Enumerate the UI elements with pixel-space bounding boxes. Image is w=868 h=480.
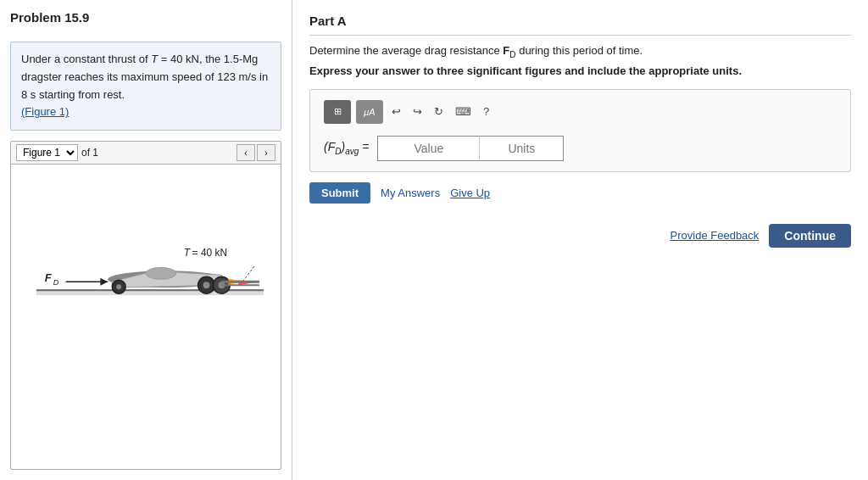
svg-point-4: [146, 267, 176, 279]
bottom-actions: Provide Feedback Continue: [309, 224, 851, 248]
figure-select[interactable]: Figure 1: [16, 144, 78, 161]
svg-line-20: [242, 265, 255, 282]
figure-content: F D T = 40 kN: [11, 165, 281, 351]
dragster-illustration: F D T = 40 kN: [19, 191, 272, 326]
svg-text:= 40 kN: = 40 kN: [192, 247, 227, 259]
figure-prev-button[interactable]: ‹: [236, 144, 255, 161]
answer-label: (FD)avg =: [324, 140, 369, 156]
help-icon[interactable]: ?: [480, 105, 492, 118]
figure-link[interactable]: (Figure 1): [21, 105, 69, 118]
part-description: Determine the average drag resistance FD…: [309, 44, 851, 59]
figure-next-button[interactable]: ›: [257, 144, 275, 161]
refresh-icon[interactable]: ↻: [431, 105, 447, 118]
redo-icon[interactable]: ↪: [409, 105, 426, 118]
figure-header: Figure 1 of 1 ‹ ›: [11, 142, 281, 165]
answer-box: ⊞ μA ↩ ↪ ↻ ⌨ ? (FD)avg =: [309, 89, 851, 172]
keyboard-icon[interactable]: ⌨: [452, 105, 475, 118]
figure-of-label: of 1: [81, 147, 98, 159]
svg-point-6: [116, 284, 121, 289]
action-row: Submit My Answers Give Up: [309, 182, 851, 204]
matrix-button[interactable]: ⊞: [324, 100, 351, 124]
mu-button[interactable]: μA: [356, 100, 383, 124]
svg-text:T: T: [184, 247, 191, 259]
figure-panel: Figure 1 of 1 ‹ ›: [10, 141, 281, 470]
value-input[interactable]: [377, 136, 479, 161]
provide-feedback-link[interactable]: Provide Feedback: [670, 229, 760, 242]
answer-row: (FD)avg =: [324, 136, 837, 161]
my-answers-link[interactable]: My Answers: [381, 187, 440, 199]
svg-text:F: F: [45, 271, 53, 284]
give-up-link[interactable]: Give Up: [450, 187, 490, 199]
undo-icon[interactable]: ↩: [388, 105, 404, 118]
svg-text:D: D: [53, 278, 59, 287]
matrix-icon: ⊞: [334, 106, 342, 117]
part-label: Part A: [309, 14, 851, 36]
toolbar: ⊞ μA ↩ ↪ ↻ ⌨ ?: [324, 100, 837, 124]
part-instruction: Express your answer to three significant…: [309, 64, 851, 77]
svg-point-8: [203, 282, 210, 288]
svg-rect-1: [36, 290, 264, 295]
submit-button[interactable]: Submit: [309, 182, 370, 204]
units-input[interactable]: [479, 136, 564, 161]
mu-icon: μA: [364, 107, 375, 117]
problem-title: Problem 15.9: [10, 10, 281, 25]
continue-button[interactable]: Continue: [769, 224, 851, 248]
problem-description: Under a constant thrust of T = 40 kN, th…: [10, 42, 281, 131]
